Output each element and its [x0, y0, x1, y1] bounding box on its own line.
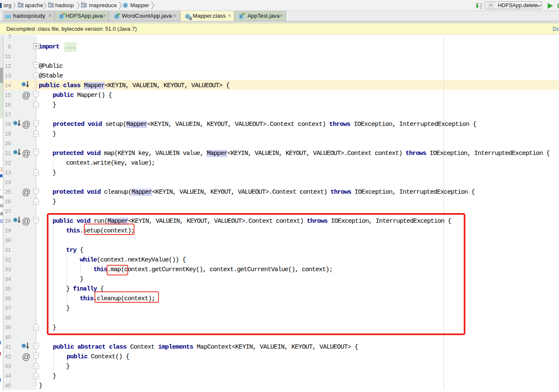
svg-text:01: 01: [480, 7, 482, 9]
